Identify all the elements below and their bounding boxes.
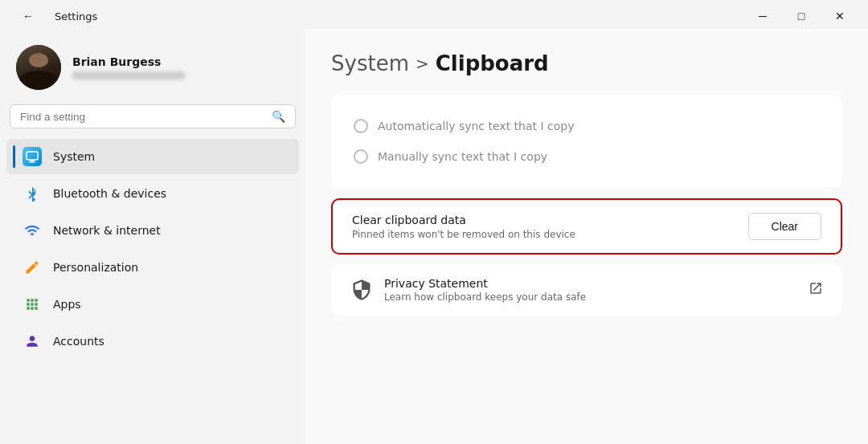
- sidebar: Brian Burgess 🔍 System: [0, 29, 305, 444]
- clear-subtitle: Pinned items won't be removed on this de…: [352, 229, 575, 240]
- breadcrumb-current: Clipboard: [436, 51, 549, 75]
- close-button[interactable]: ✕: [821, 5, 858, 27]
- breadcrumb: System > Clipboard: [331, 51, 842, 75]
- user-info: Brian Burgess: [72, 55, 185, 79]
- title-bar: ← Settings ─ □ ✕: [0, 0, 868, 29]
- sidebar-item-network[interactable]: Network & internet: [6, 213, 299, 248]
- privacy-left: Privacy Statement Learn how clipboard ke…: [350, 277, 586, 303]
- privacy-subtitle: Learn how clipboard keeps your data safe: [384, 291, 586, 303]
- bluetooth-icon: [23, 184, 42, 203]
- maximize-button[interactable]: □: [783, 5, 820, 27]
- radio-section: Automatically sync text that I copy Manu…: [331, 95, 842, 189]
- privacy-title: Privacy Statement: [384, 277, 586, 290]
- sidebar-label-bluetooth: Bluetooth & devices: [53, 187, 166, 200]
- title-bar-left: ← Settings: [10, 5, 97, 27]
- search-icon: 🔍: [272, 110, 285, 123]
- accounts-icon: [23, 332, 42, 351]
- user-section: Brian Burgess: [0, 39, 305, 104]
- sidebar-label-apps: Apps: [53, 298, 81, 311]
- external-link-icon: [809, 281, 823, 299]
- minimize-button[interactable]: ─: [744, 5, 781, 27]
- back-button[interactable]: ←: [10, 5, 47, 27]
- personalization-icon: [23, 258, 42, 277]
- window-controls: ─ □ ✕: [744, 5, 858, 27]
- radio-manual-label: Manually sync text that I copy: [378, 150, 547, 163]
- avatar-image: [16, 45, 61, 90]
- app-title: Settings: [55, 10, 97, 22]
- sync-options-card: Automatically sync text that I copy Manu…: [331, 95, 842, 189]
- sidebar-label-system: System: [53, 150, 95, 163]
- search-input[interactable]: [20, 111, 265, 123]
- breadcrumb-parent: System: [331, 51, 409, 75]
- clear-section: Clear clipboard data Pinned items won't …: [331, 198, 842, 255]
- svg-rect-1: [30, 161, 35, 162]
- sidebar-item-personalization[interactable]: Personalization: [6, 250, 299, 285]
- radio-row-manual[interactable]: Manually sync text that I copy: [354, 141, 820, 172]
- privacy-text-block: Privacy Statement Learn how clipboard ke…: [384, 277, 586, 303]
- svg-rect-0: [27, 152, 38, 160]
- shield-icon: [350, 279, 373, 301]
- sidebar-item-accounts[interactable]: Accounts: [6, 324, 299, 359]
- search-container: 🔍: [10, 104, 296, 128]
- radio-manual[interactable]: [354, 149, 368, 164]
- avatar: [16, 45, 61, 90]
- system-icon: [23, 147, 42, 166]
- sidebar-label-personalization: Personalization: [53, 261, 138, 274]
- sidebar-label-accounts: Accounts: [53, 335, 104, 348]
- sidebar-item-apps[interactable]: Apps: [6, 287, 299, 322]
- user-name: Brian Burgess: [72, 55, 185, 68]
- sidebar-label-network: Network & internet: [53, 224, 161, 237]
- svg-rect-2: [29, 162, 35, 163]
- sidebar-item-system[interactable]: System: [6, 139, 299, 174]
- sidebar-item-bluetooth[interactable]: Bluetooth & devices: [6, 176, 299, 211]
- breadcrumb-separator: >: [416, 54, 429, 73]
- radio-auto-label: Automatically sync text that I copy: [378, 120, 574, 132]
- radio-auto[interactable]: [354, 119, 368, 133]
- radio-row-auto[interactable]: Automatically sync text that I copy: [354, 111, 820, 141]
- privacy-section[interactable]: Privacy Statement Learn how clipboard ke…: [331, 264, 842, 316]
- apps-icon: [23, 295, 42, 314]
- network-icon: [23, 221, 42, 240]
- clear-button[interactable]: Clear: [748, 213, 821, 240]
- clear-text-block: Clear clipboard data Pinned items won't …: [352, 214, 575, 240]
- app-body: Brian Burgess 🔍 System: [0, 29, 868, 444]
- clear-title: Clear clipboard data: [352, 214, 575, 226]
- main-content: System > Clipboard Automatically sync te…: [305, 29, 868, 444]
- user-email: [72, 71, 185, 79]
